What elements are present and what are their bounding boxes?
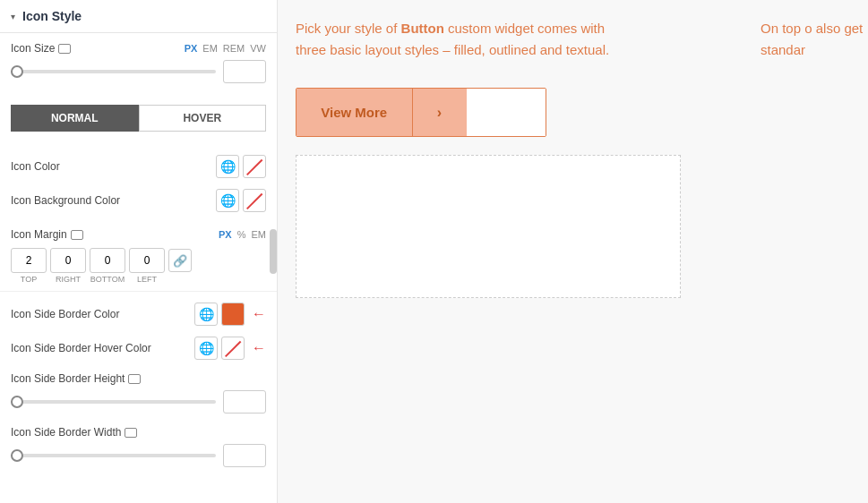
icon-size-slider[interactable] (11, 70, 216, 73)
margin-right-label: RIGHT (50, 275, 86, 284)
margin-labels: TOP RIGHT BOTTOM LEFT (11, 275, 266, 284)
panel-title: Icon Style (22, 9, 82, 23)
border-width-label: Icon Side Border Width (11, 426, 137, 439)
margin-inputs-row: 🔗 (11, 248, 266, 273)
border-width-slider[interactable] (11, 454, 216, 457)
margin-unit-tabs: PX % EM (219, 229, 266, 240)
icon-side-border-color-label: Icon Side Border Color (11, 308, 119, 320)
border-height-slider-container (11, 390, 266, 413)
icon-size-section: Icon Size PX EM REM VW (0, 33, 277, 98)
margin-right-input[interactable] (50, 248, 86, 273)
unit-tab-vw[interactable]: VW (250, 43, 266, 54)
right-content: Pick your style of Button custom widget … (278, 0, 868, 503)
icon-bg-color-label: Icon Background Color (11, 194, 120, 207)
collapse-chevron-icon[interactable]: ▾ (11, 12, 15, 21)
margin-bottom-label: BOTTOM (90, 275, 125, 284)
button-empty-area (467, 89, 546, 136)
monitor-icon (58, 44, 71, 54)
border-height-slider[interactable] (11, 400, 216, 404)
icon-side-border-hover-color-row: Icon Side Border Hover Color 🌐 ← (11, 331, 266, 365)
icon-color-section: Icon Color 🌐 Icon Background Color 🌐 (0, 146, 277, 221)
scroll-handle[interactable] (270, 229, 277, 274)
border-height-monitor-icon (128, 374, 141, 384)
panel-header: ▾ Icon Style (0, 0, 277, 33)
icon-color-globe-button[interactable]: 🌐 (216, 155, 239, 178)
icon-color-swatch[interactable] (243, 155, 266, 178)
margin-unit-em[interactable]: EM (252, 229, 267, 240)
state-tabs-container: NORMAL HOVER (0, 105, 277, 146)
border-color-globe-button[interactable]: 🌐 (194, 303, 218, 326)
border-hover-color-globe-button[interactable]: 🌐 (194, 337, 218, 360)
border-width-input[interactable] (223, 444, 266, 467)
border-color-swatch[interactable] (221, 303, 245, 326)
margin-bottom-input[interactable] (90, 248, 125, 273)
margin-top-label: TOP (11, 275, 47, 284)
margin-unit-pct[interactable]: % (237, 229, 246, 240)
tab-normal[interactable]: NORMAL (11, 105, 139, 132)
icon-size-field-row: Icon Size PX EM REM VW (11, 42, 266, 55)
border-color-arrow-icon: ← (252, 306, 266, 322)
unit-tabs: PX EM REM VW (185, 43, 266, 54)
margin-left-label: LEFT (129, 275, 165, 284)
margin-label: Icon Margin (11, 228, 83, 241)
content-text: Pick your style of Button custom widget … (296, 18, 618, 61)
border-width-section: Icon Side Border Width (0, 419, 277, 482)
icon-side-border-hover-color-label: Icon Side Border Hover Color (11, 342, 151, 354)
icon-bg-color-controls: 🌐 (216, 189, 266, 212)
border-height-field-row: Icon Side Border Height (11, 372, 266, 385)
margin-link-icon[interactable]: 🔗 (168, 249, 192, 272)
margin-left-input[interactable] (129, 248, 165, 273)
icon-color-label: Icon Color (11, 160, 60, 173)
border-height-label: Icon Side Border Height (11, 372, 141, 385)
border-height-section: Icon Side Border Height (0, 365, 277, 413)
icon-color-row: Icon Color 🌐 (11, 149, 266, 183)
border-width-monitor-icon (125, 428, 137, 438)
border-hover-color-swatch[interactable] (221, 337, 245, 360)
icon-size-slider-container (11, 60, 266, 83)
tab-hover[interactable]: HOVER (139, 105, 267, 132)
unit-tab-rem[interactable]: REM (223, 43, 245, 54)
margin-top-input[interactable] (11, 248, 47, 273)
content-text-bold: Button (401, 21, 444, 36)
border-color-section: Icon Side Border Color 🌐 ← Icon Side Bor… (0, 292, 277, 365)
border-hover-color-arrow-icon: ← (252, 340, 266, 356)
state-tabs: NORMAL HOVER (11, 105, 266, 132)
view-more-button[interactable]: View More (296, 89, 413, 136)
icon-bg-color-swatch[interactable] (243, 189, 266, 212)
margin-unit-px[interactable]: PX (219, 229, 232, 240)
button-arrow-icon[interactable]: › (413, 89, 467, 136)
icon-size-input[interactable] (223, 60, 266, 83)
icon-bg-color-globe-button[interactable]: 🌐 (216, 189, 239, 212)
margin-header: Icon Margin PX % EM (11, 228, 266, 241)
left-panel: ▾ Icon Style Icon Size PX EM REM VW NORM… (0, 0, 278, 503)
side-text: On top o also get standar (761, 18, 868, 61)
dashed-placeholder-box (296, 155, 681, 298)
icon-side-border-color-controls: 🌐 ← (194, 303, 266, 326)
icon-side-border-color-row: Icon Side Border Color 🌐 ← (11, 297, 266, 331)
unit-tab-px[interactable]: PX (185, 43, 198, 54)
unit-tab-em[interactable]: EM (202, 43, 218, 54)
border-width-slider-container (11, 444, 266, 467)
icon-margin-section: Icon Margin PX % EM 🔗 TOP RIGHT BOTTOM L… (0, 221, 277, 292)
margin-monitor-icon (71, 230, 83, 240)
border-width-field-row: Icon Side Border Width (11, 426, 266, 439)
icon-color-controls: 🌐 (216, 155, 266, 178)
icon-bg-color-row: Icon Background Color 🌐 (11, 183, 266, 217)
icon-side-border-hover-color-controls: 🌐 ← (194, 337, 266, 360)
icon-size-label: Icon Size (11, 42, 71, 55)
border-height-input[interactable] (223, 390, 266, 413)
button-widget: View More › (296, 88, 546, 137)
